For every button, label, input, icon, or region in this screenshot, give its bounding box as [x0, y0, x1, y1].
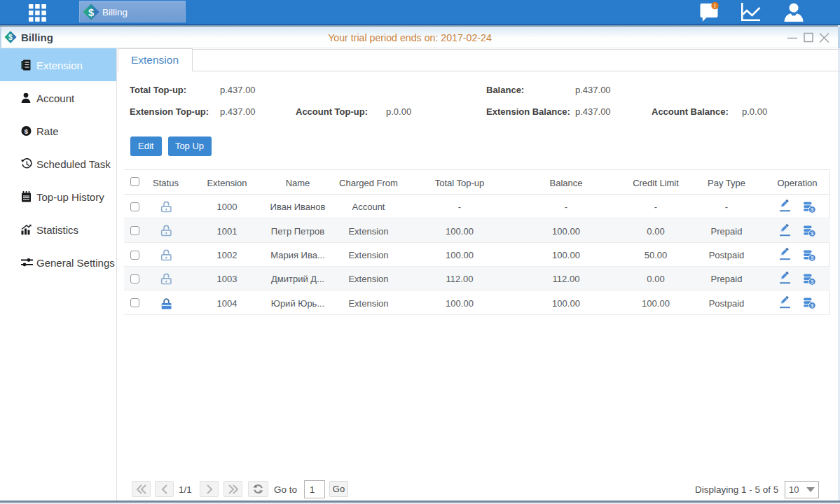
- svg-text:!: !: [714, 3, 716, 9]
- svg-text:$: $: [25, 127, 29, 134]
- svg-text:$: $: [88, 6, 94, 18]
- svg-text:$: $: [8, 34, 13, 41]
